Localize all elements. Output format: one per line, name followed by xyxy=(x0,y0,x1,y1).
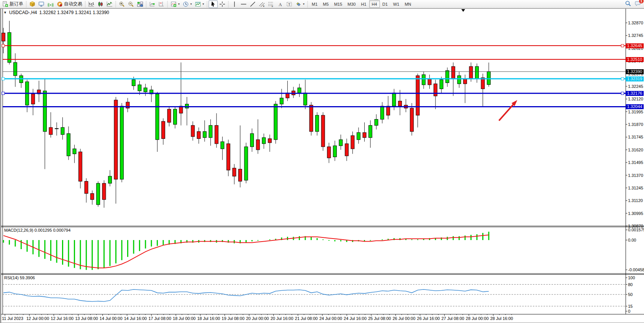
chart-title-row: ▼ USDCAD-,H4 1.32262 1.32479 1.32241 1.3… xyxy=(3,10,109,15)
auto-scroll-button[interactable] xyxy=(148,0,157,8)
time-label: 11 Jul 2023 xyxy=(2,316,23,321)
periods-button[interactable]: ▾ xyxy=(181,0,193,8)
candle-body xyxy=(209,126,212,138)
candle-body xyxy=(451,67,455,79)
time-label: 19 Jul 08:00 xyxy=(222,316,244,321)
candle-body xyxy=(244,147,248,180)
arrows-button[interactable]: ▾ xyxy=(294,0,306,8)
terminal-icon xyxy=(38,1,45,7)
text-label-button[interactable]: T xyxy=(285,0,294,8)
autotrading-button[interactable]: 自动交易 xyxy=(55,0,84,8)
timeframe-button-m15[interactable]: M15 xyxy=(332,0,345,8)
chat-icon[interactable]: 1 xyxy=(635,0,641,8)
chevron-down-icon[interactable]: ▾ xyxy=(190,2,192,6)
candle-body xyxy=(487,72,491,84)
candle-body xyxy=(167,109,171,123)
time-label: 14 Jul 00:00 xyxy=(100,316,123,321)
trendline-button[interactable] xyxy=(248,0,257,8)
candle-body xyxy=(298,88,301,93)
chart-ohlc-values: 1.32262 1.32479 1.32241 1.32390 xyxy=(39,10,109,15)
chevron-down-icon[interactable]: ▾ xyxy=(303,2,304,6)
terminal-button[interactable] xyxy=(37,0,46,8)
timeframe-button-h1[interactable]: H1 xyxy=(358,0,369,8)
templates-button[interactable]: ▾ xyxy=(193,0,206,8)
candle-body xyxy=(392,93,396,106)
fibonacci-button[interactable]: F xyxy=(266,0,276,8)
price-tick-label: 1.31870 xyxy=(628,122,643,127)
chart-shift-button[interactable] xyxy=(157,0,166,8)
timeframe-button-h4[interactable]: H4 xyxy=(369,0,380,8)
chat-unread-badge: 1 xyxy=(639,0,644,3)
timeframe-button-m1[interactable]: M1 xyxy=(309,0,320,8)
line-handle[interactable] xyxy=(621,78,624,80)
candle-body xyxy=(339,140,343,146)
cursor-icon xyxy=(210,1,216,7)
label-icon: T xyxy=(286,1,292,7)
chart-shift-marker-icon[interactable] xyxy=(461,9,465,12)
timeframe-button-m30[interactable]: M30 xyxy=(345,0,358,8)
cursor-button[interactable] xyxy=(209,0,218,8)
vertical-line-button[interactable] xyxy=(230,0,239,8)
candle-body xyxy=(96,183,100,205)
candle-body xyxy=(256,140,260,150)
rsi-tick-label: 100 xyxy=(628,275,635,280)
chevron-down-icon[interactable]: ▾ xyxy=(178,2,180,6)
candle-body xyxy=(132,80,135,86)
timeframe-button-w1[interactable]: W1 xyxy=(391,0,402,8)
new-order-button[interactable]: 新订单 xyxy=(1,0,25,8)
candle-body xyxy=(440,80,443,89)
line-price-tag: 1.32510 xyxy=(626,57,644,62)
zoom-out-button[interactable] xyxy=(126,0,135,8)
one-click-trading-expander-icon[interactable]: ▼ xyxy=(3,11,7,14)
time-label: 26 Jul 00:00 xyxy=(392,316,415,321)
candle-body xyxy=(410,108,413,131)
bar-chart-button[interactable] xyxy=(87,0,96,8)
tile-windows-button[interactable] xyxy=(135,0,145,8)
svg-text:A: A xyxy=(279,2,282,7)
candle-body xyxy=(475,67,479,79)
equidistant-channel-button[interactable]: E xyxy=(257,0,266,8)
line-handle[interactable] xyxy=(621,45,624,47)
line-handle[interactable] xyxy=(2,92,5,95)
chart-canvas[interactable] xyxy=(1,9,644,323)
text-button[interactable]: A xyxy=(276,0,285,8)
crosshair-button[interactable] xyxy=(218,0,227,8)
line-handle[interactable] xyxy=(2,78,5,80)
candle-body xyxy=(446,70,449,83)
zoom-in-button[interactable] xyxy=(117,0,126,8)
price-tick-label: 1.31370 xyxy=(628,173,643,178)
timeframe-button-mn[interactable]: MN xyxy=(402,0,414,8)
candle-body xyxy=(55,129,58,129)
line-handle[interactable] xyxy=(2,45,5,47)
candle-body xyxy=(43,91,46,132)
time-label: 28 Jul 16:00 xyxy=(490,316,513,321)
candle-body xyxy=(351,135,354,149)
publisher-button[interactable] xyxy=(28,0,37,8)
line-handle[interactable] xyxy=(621,92,624,95)
search-icon[interactable] xyxy=(625,0,631,8)
chevron-down-icon[interactable]: ▾ xyxy=(202,2,204,6)
candle-body xyxy=(386,106,390,115)
line-chart-button[interactable] xyxy=(105,0,114,8)
candle-body xyxy=(381,106,384,119)
horizontal-line-button[interactable] xyxy=(239,0,248,8)
candlestick-icon xyxy=(97,1,104,7)
signals-button[interactable] xyxy=(46,0,55,8)
chart-symbol-period: USDCAD-,H4 xyxy=(9,10,37,15)
svg-text:T: T xyxy=(288,2,290,6)
auto-scroll-icon xyxy=(149,1,155,7)
toolbar: 新订单自动交易▾▾▾EFAT▾M1M5M15M30H1H4D1W1MN1 xyxy=(0,0,644,8)
candle-body xyxy=(185,104,189,108)
candlestick-button[interactable] xyxy=(96,0,105,8)
price-tick-label: 1.31745 xyxy=(628,135,643,139)
price-tick-label: 1.32245 xyxy=(628,84,643,89)
timeframe-button-d1[interactable]: D1 xyxy=(380,0,391,8)
timeframe-button-m5[interactable]: M5 xyxy=(320,0,331,8)
chart-shift-icon xyxy=(158,1,164,7)
time-label: 21 Jul 08:00 xyxy=(295,316,318,321)
candle-body xyxy=(144,88,147,92)
candle-body xyxy=(197,132,201,139)
candle-body xyxy=(469,67,473,79)
indicators-button[interactable]: ▾ xyxy=(169,0,181,8)
line-price-tag: 1.32044 xyxy=(626,104,644,109)
